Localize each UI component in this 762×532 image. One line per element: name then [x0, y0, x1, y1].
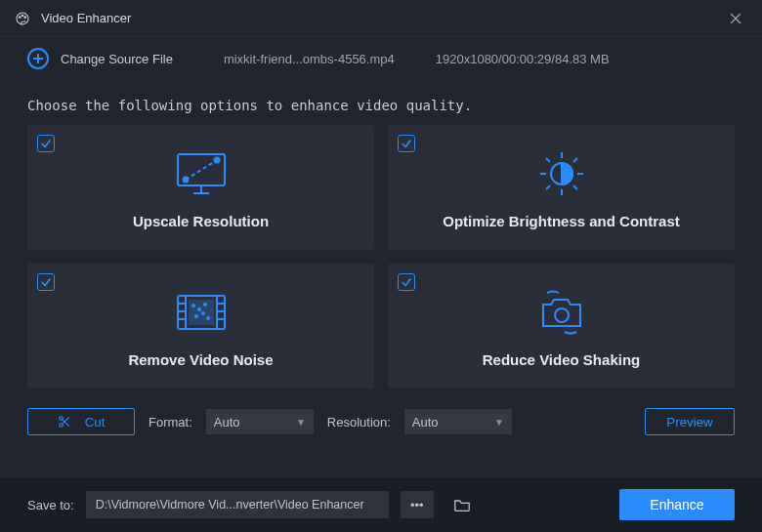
footer: Save to: D:\Vidmore\Vidmore Vid...nverte… [0, 477, 762, 532]
resolution-value: Auto [412, 415, 439, 430]
format-label: Format: [148, 415, 192, 430]
card-reduce-shaking[interactable]: Reduce Video Shaking [388, 264, 735, 389]
add-icon[interactable] [27, 48, 49, 69]
app-title: Video Enhancer [41, 11, 723, 25]
svg-point-10 [183, 177, 188, 182]
format-dropdown[interactable]: Auto ▼ [206, 409, 314, 434]
svg-point-41 [59, 424, 63, 428]
instruction-text: Choose the following options to enhance … [0, 80, 762, 125]
close-button[interactable] [723, 6, 748, 31]
svg-point-38 [202, 312, 204, 314]
card-label: Optimize Brightness and Contrast [443, 213, 680, 229]
enhance-label: Enhance [650, 497, 703, 512]
svg-point-37 [207, 317, 209, 319]
card-label: Reduce Video Shaking [483, 351, 640, 368]
browse-button[interactable]: ••• [401, 491, 434, 518]
card-remove-noise[interactable]: Remove Video Noise [27, 264, 374, 389]
save-path-text: D:\Vidmore\Vidmore Vid...nverter\Video E… [96, 498, 364, 512]
titlebar: Video Enhancer [0, 0, 762, 37]
resolution-dropdown[interactable]: Auto ▼ [404, 409, 512, 434]
format-value: Auto [214, 415, 240, 430]
svg-line-19 [546, 158, 550, 162]
controls-row: Cut Format: Auto ▼ Resolution: Auto ▼ Pr… [0, 389, 762, 449]
svg-point-3 [24, 16, 26, 18]
preview-label: Preview [666, 415, 712, 430]
brightness-icon [536, 146, 587, 201]
card-label: Remove Video Noise [128, 351, 273, 368]
svg-point-11 [214, 157, 219, 162]
svg-point-2 [21, 15, 23, 17]
svg-point-1 [20, 16, 21, 18]
cut-label: Cut [85, 415, 106, 430]
checkbox-upscale[interactable] [37, 135, 55, 152]
svg-point-40 [59, 417, 63, 421]
open-folder-button[interactable] [445, 491, 479, 518]
chevron-down-icon: ▼ [494, 417, 504, 428]
card-upscale-resolution[interactable]: Upscale Resolution [27, 125, 374, 250]
svg-line-9 [186, 160, 217, 180]
camera-shake-icon [533, 285, 590, 340]
svg-line-22 [573, 158, 577, 162]
card-label: Upscale Resolution [133, 213, 269, 229]
change-source-link[interactable]: Change Source File [61, 52, 173, 66]
checkbox-shaking[interactable] [398, 273, 415, 291]
folder-icon [452, 497, 472, 512]
checkbox-brightness[interactable] [398, 135, 415, 152]
svg-point-39 [555, 308, 569, 322]
svg-line-21 [546, 185, 550, 189]
palette-icon [14, 10, 31, 27]
card-optimize-brightness[interactable]: Optimize Brightness and Contrast [388, 125, 735, 250]
cut-button[interactable]: Cut [27, 408, 135, 435]
scissors-icon [58, 415, 71, 429]
resolution-label: Resolution: [327, 415, 391, 430]
svg-point-33 [192, 305, 194, 307]
options-grid: Upscale Resolution Optimize Brightness a… [0, 125, 762, 389]
saveto-label: Save to: [27, 498, 74, 512]
monitor-icon [172, 146, 231, 201]
source-meta: 1920x1080/00:00:29/84.83 MB [436, 52, 610, 66]
source-row: Change Source File mixkit-friend...ombs-… [0, 37, 762, 80]
svg-point-34 [198, 308, 200, 310]
filmstrip-icon [174, 285, 229, 340]
chevron-down-icon: ▼ [296, 417, 306, 428]
dots-icon: ••• [410, 498, 424, 512]
checkbox-noise[interactable] [37, 273, 55, 291]
svg-point-36 [195, 315, 197, 317]
enhance-button[interactable]: Enhance [619, 489, 735, 520]
save-path-field[interactable]: D:\Vidmore\Vidmore Vid...nverter\Video E… [86, 491, 389, 518]
svg-point-35 [204, 304, 206, 306]
preview-button[interactable]: Preview [645, 408, 735, 435]
source-filename: mixkit-friend...ombs-4556.mp4 [224, 52, 395, 66]
svg-line-20 [573, 185, 577, 189]
